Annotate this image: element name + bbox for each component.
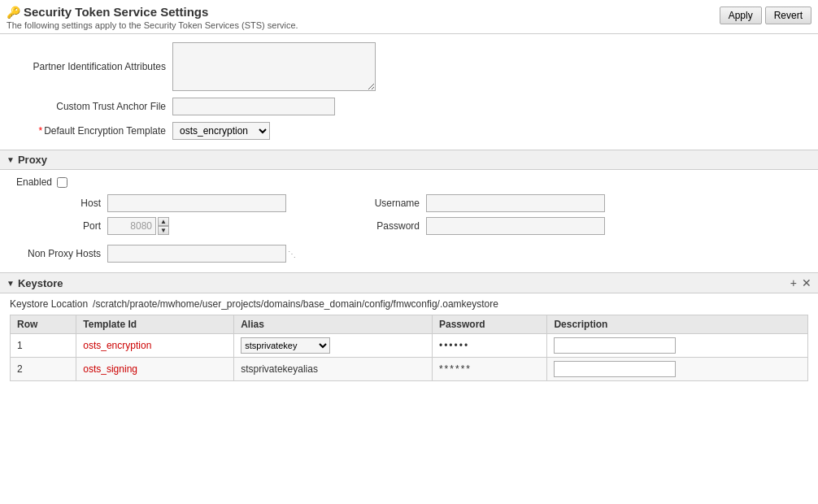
port-label: Port <box>10 220 107 232</box>
cell-template-id-2: osts_signing <box>76 358 234 381</box>
username-label: Username <box>329 198 426 209</box>
password-dots-2: ****** <box>439 363 472 375</box>
alias-select-1[interactable]: stsprivatekey <box>241 337 330 354</box>
key-icon: 🔑 <box>7 6 20 19</box>
default-enc-label: *Default Encryption Template <box>10 125 172 137</box>
keystore-remove-button[interactable]: ✕ <box>802 276 811 289</box>
custom-trust-input[interactable] <box>172 98 335 115</box>
keystore-table: Row Template Id Alias Password Descripti… <box>10 315 808 381</box>
description-input-2[interactable] <box>554 361 676 377</box>
cell-row-2: 2 <box>11 358 76 381</box>
port-down-btn[interactable]: ▼ <box>158 226 169 235</box>
non-proxy-input[interactable] <box>107 245 286 263</box>
custom-trust-label: Custom Trust Anchor File <box>10 101 172 112</box>
keystore-collapse-icon[interactable]: ▼ <box>7 279 15 288</box>
partner-id-label: Partner Identification Attributes <box>10 61 172 72</box>
partner-id-textarea[interactable] <box>172 42 376 91</box>
host-row: Host <box>10 194 296 212</box>
port-up-btn[interactable]: ▲ <box>158 217 169 226</box>
port-row: Port ▲ ▼ <box>10 217 296 235</box>
partner-id-section: Partner Identification Attributes Custom… <box>10 42 808 140</box>
non-proxy-label: Non Proxy Hosts <box>10 248 107 259</box>
top-bar: 🔑 Security Token Service Settings The fo… <box>0 0 818 34</box>
username-row: Username <box>329 194 605 212</box>
cell-description-1 <box>547 334 808 358</box>
proxy-right-col: Username Password <box>329 194 605 263</box>
keystore-header-left: ▼ Keystore <box>7 277 63 289</box>
enabled-label: Enabled <box>16 176 52 188</box>
cell-password-1: •••••• <box>432 334 546 358</box>
password-dots-1: •••••• <box>439 340 469 351</box>
proxy-section-label: Proxy <box>18 154 47 166</box>
keystore-section-header: ▼ Keystore + ✕ <box>0 272 818 293</box>
password-label: Password <box>329 220 426 232</box>
keystore-location-label: Keystore Location <box>10 298 88 310</box>
cell-row-1: 1 <box>11 334 76 358</box>
cell-template-id-1: osts_encryption <box>76 334 234 358</box>
table-row: 1 osts_encryption stsprivatekey •••••• <box>11 334 808 358</box>
main-content: Partner Identification Attributes Custom… <box>0 34 818 389</box>
keystore-add-button[interactable]: + <box>790 276 797 289</box>
password-input[interactable] <box>426 217 605 235</box>
keystore-location-row: Keystore Location /scratch/praote/mwhome… <box>10 298 808 310</box>
top-bar-buttons: Apply Revert <box>720 7 811 24</box>
keystore-location-value: /scratch/praote/mwhome/user_projects/dom… <box>93 298 498 310</box>
keystore-section: ▼ Keystore + ✕ Keystore Location /scratc… <box>10 272 808 381</box>
alias-text-2: stsprivatekeyalias <box>241 363 318 375</box>
table-row: 2 osts_signing stsprivatekeyalias ****** <box>11 358 808 381</box>
template-id-link-1[interactable]: osts_encryption <box>83 340 151 351</box>
port-input[interactable] <box>107 217 156 235</box>
enabled-checkbox[interactable] <box>57 177 67 188</box>
host-input[interactable] <box>107 194 286 212</box>
cell-alias-2: stsprivatekeyalias <box>234 358 433 381</box>
col-alias: Alias <box>234 315 433 334</box>
username-input[interactable] <box>426 194 605 212</box>
keystore-section-label: Keystore <box>18 277 63 289</box>
template-id-link-2[interactable]: osts_signing <box>83 363 137 375</box>
required-star: * <box>38 125 42 137</box>
proxy-section: ▼ Proxy Enabled Host Port ▲ <box>10 150 808 263</box>
port-spinner: ▲ ▼ <box>158 217 169 235</box>
host-label: Host <box>10 198 107 209</box>
resize-handle-icon: ⋱ <box>288 250 296 259</box>
proxy-section-header: ▼ Proxy <box>0 150 818 170</box>
custom-trust-row: Custom Trust Anchor File <box>10 98 808 115</box>
cell-alias-1: stsprivatekey <box>234 334 433 358</box>
proxy-collapse-icon[interactable]: ▼ <box>7 155 15 164</box>
title-area: 🔑 Security Token Service Settings The fo… <box>7 5 298 30</box>
page-title: 🔑 Security Token Service Settings <box>7 5 298 19</box>
cell-password-2: ****** <box>432 358 546 381</box>
col-description: Description <box>547 315 808 334</box>
col-password: Password <box>432 315 546 334</box>
port-group: ▲ ▼ <box>107 217 169 235</box>
proxy-fields: Host Port ▲ ▼ Non Proxy Hosts <box>10 194 808 263</box>
alias-cell-1: stsprivatekey <box>241 337 425 354</box>
proxy-left-col: Host Port ▲ ▼ Non Proxy Hosts <box>10 194 296 263</box>
partner-id-row: Partner Identification Attributes <box>10 42 808 91</box>
col-row: Row <box>11 315 76 334</box>
default-enc-select[interactable]: osts_encryption osts_signing <box>172 122 270 140</box>
revert-button[interactable]: Revert <box>765 7 811 24</box>
non-proxy-row: Non Proxy Hosts ⋱ <box>10 245 296 263</box>
password-row: Password <box>329 217 605 235</box>
apply-button[interactable]: Apply <box>720 7 762 24</box>
description-input-1[interactable] <box>554 337 676 354</box>
keystore-header-right: + ✕ <box>790 276 811 289</box>
page-title-text: Security Token Service Settings <box>24 5 208 19</box>
col-template-id: Template Id <box>76 315 234 334</box>
enabled-row: Enabled <box>10 176 808 188</box>
table-header-row: Row Template Id Alias Password Descripti… <box>11 315 808 334</box>
cell-description-2 <box>547 358 808 381</box>
page-subtitle: The following settings apply to the Secu… <box>7 20 298 30</box>
default-enc-row: *Default Encryption Template osts_encryp… <box>10 122 808 140</box>
